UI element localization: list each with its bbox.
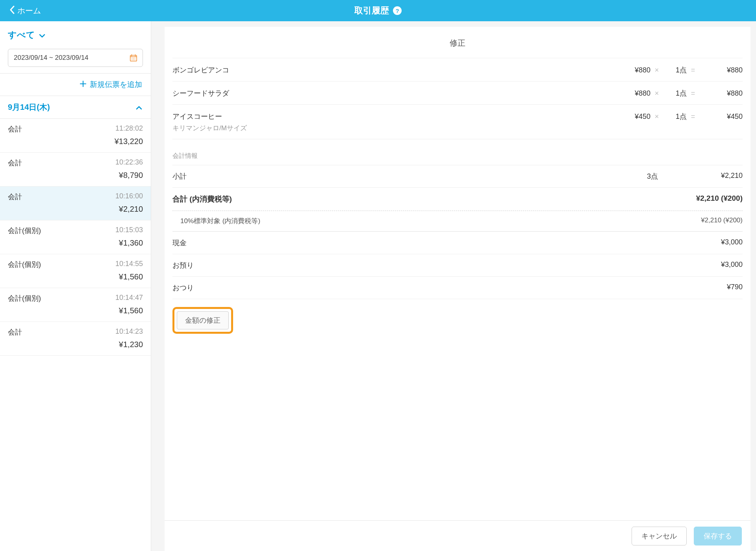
transaction-item[interactable]: 会計(個別)10:15:03¥1,360 xyxy=(0,220,151,254)
transaction-amount: ¥1,230 xyxy=(8,340,143,349)
order-lines: ボンゴレビアンコ¥880×1点=¥880シーフードサラダ¥880×1点=¥880… xyxy=(172,58,743,139)
equals-icon: = xyxy=(689,113,697,121)
transaction-label: 会計(個別) xyxy=(8,294,41,303)
help-icon[interactable]: ? xyxy=(393,6,402,15)
transaction-time: 10:14:23 xyxy=(115,327,143,337)
order-item-name: シーフードサラダ xyxy=(172,89,617,98)
equals-icon: = xyxy=(689,89,697,98)
transaction-item[interactable]: 会計11:28:02¥13,220 xyxy=(0,119,151,153)
add-slip-label: 新規伝票を追加 xyxy=(90,80,142,90)
order-item-name: アイスコーヒー xyxy=(172,112,617,121)
order-qty: 1点 xyxy=(663,65,687,75)
order-unit-price: ¥880 xyxy=(619,66,650,74)
svg-point-5 xyxy=(133,59,134,60)
cancel-button[interactable]: キャンセル xyxy=(632,527,687,545)
cash-label: 現金 xyxy=(172,238,187,248)
transaction-label: 会計 xyxy=(8,327,22,337)
order-item-name: ボンゴレビアンコ xyxy=(172,65,617,75)
detail-footer: キャンセル 保存する xyxy=(165,520,750,551)
edit-amount-highlight: 金額の修正 xyxy=(172,307,233,334)
change-label: おつり xyxy=(172,283,194,292)
deposit-label: お預り xyxy=(172,261,194,270)
back-label: ホーム xyxy=(17,6,41,16)
page-title-text: 取引履歴 xyxy=(354,5,389,17)
detail-panel: 修正 ボンゴレビアンコ¥880×1点=¥880シーフードサラダ¥880×1点=¥… xyxy=(165,27,750,520)
tax-amount: ¥2,210 (¥200) xyxy=(701,216,743,226)
subtotal-row: 小計 3点 ¥2,210 xyxy=(172,165,743,187)
save-button[interactable]: 保存する xyxy=(694,527,742,545)
svg-point-1 xyxy=(132,58,132,59)
order-line-total: ¥880 xyxy=(699,89,743,98)
edit-amount-button[interactable]: 金額の修正 xyxy=(177,311,229,329)
transaction-item[interactable]: 会計10:16:00¥2,210 xyxy=(0,187,151,220)
filter-dropdown[interactable]: すべて xyxy=(0,21,151,46)
order-unit-price: ¥880 xyxy=(619,89,650,98)
date-group-label: 9月14日(木) xyxy=(8,102,50,113)
times-icon: × xyxy=(653,66,661,74)
cash-amount: ¥3,000 xyxy=(721,238,743,248)
add-slip-button[interactable]: 新規伝票を追加 xyxy=(0,73,151,96)
transaction-amount: ¥1,360 xyxy=(8,239,143,248)
transaction-item[interactable]: 会計(個別)10:14:47¥1,560 xyxy=(0,288,151,322)
transaction-amount: ¥1,560 xyxy=(8,306,143,315)
transaction-label: 会計 xyxy=(8,158,22,168)
transaction-time: 10:22:36 xyxy=(115,158,143,168)
tax-row: 10%標準対象 (内消費税等) ¥2,210 (¥200) xyxy=(172,211,743,231)
change-row: おつり ¥790 xyxy=(172,276,743,299)
change-amount: ¥790 xyxy=(727,283,743,292)
total-label: 合計 (内消費税等) xyxy=(172,194,232,204)
svg-point-4 xyxy=(132,59,132,60)
svg-point-3 xyxy=(135,58,135,59)
date-range-text: 2023/09/14 ~ 2023/09/14 xyxy=(14,54,89,62)
order-qty: 1点 xyxy=(663,89,687,98)
times-icon: × xyxy=(653,89,661,98)
plus-icon xyxy=(80,80,87,89)
times-icon: × xyxy=(653,113,661,121)
transaction-label: 会計 xyxy=(8,124,22,134)
date-group-header[interactable]: 9月14日(木) xyxy=(0,96,151,119)
transaction-item[interactable]: 会計10:22:36¥8,790 xyxy=(0,153,151,187)
order-variant: キリマンジャロ/Mサイズ xyxy=(172,124,743,133)
equals-icon: = xyxy=(689,66,697,74)
transaction-item[interactable]: 会計(個別)10:14:55¥1,560 xyxy=(0,254,151,288)
order-unit-price: ¥450 xyxy=(619,113,650,121)
chevron-down-icon xyxy=(39,30,45,40)
subtotal-amount: ¥2,210 xyxy=(721,172,743,181)
transaction-time: 10:16:00 xyxy=(115,192,143,202)
accounting-section-label: 会計情報 xyxy=(172,152,743,160)
transaction-amount: ¥8,790 xyxy=(8,171,143,180)
detail-pane: 修正 ボンゴレビアンコ¥880×1点=¥880シーフードサラダ¥880×1点=¥… xyxy=(151,21,756,551)
tax-label: 10%標準対象 (内消費税等) xyxy=(180,216,260,226)
svg-point-6 xyxy=(135,59,135,60)
subtotal-label: 小計 xyxy=(172,172,187,181)
transaction-time: 10:14:55 xyxy=(115,260,143,269)
transaction-time: 11:28:02 xyxy=(115,124,143,134)
back-button[interactable]: ホーム xyxy=(9,6,41,16)
total-amount: ¥2,210 (¥200) xyxy=(696,194,743,204)
sidebar: すべて 2023/09/14 ~ 2023/09/14 xyxy=(0,21,151,551)
filter-label: すべて xyxy=(8,29,35,41)
order-qty: 1点 xyxy=(663,112,687,121)
transaction-label: 会計 xyxy=(8,192,22,202)
order-line-total: ¥450 xyxy=(699,113,743,121)
transaction-amount: ¥13,220 xyxy=(8,137,143,146)
calendar-icon xyxy=(129,54,138,62)
subtotal-qty: 3点 xyxy=(187,172,721,181)
transaction-item[interactable]: 会計10:14:23¥1,230 xyxy=(0,322,151,356)
order-line: ボンゴレビアンコ¥880×1点=¥880 xyxy=(172,58,743,81)
cash-row: 現金 ¥3,000 xyxy=(172,231,743,254)
page-title: 取引履歴 ? xyxy=(354,5,402,17)
chevron-left-icon xyxy=(9,6,15,16)
total-row: 合計 (内消費税等) ¥2,210 (¥200) xyxy=(172,187,743,211)
app-header: ホーム 取引履歴 ? xyxy=(0,0,756,21)
transaction-time: 10:14:47 xyxy=(115,294,143,303)
date-range-picker[interactable]: 2023/09/14 ~ 2023/09/14 xyxy=(8,49,143,67)
transaction-label: 会計(個別) xyxy=(8,226,41,235)
svg-point-2 xyxy=(133,58,134,59)
deposit-amount: ¥3,000 xyxy=(721,261,743,270)
transaction-label: 会計(個別) xyxy=(8,260,41,269)
deposit-row: お預り ¥3,000 xyxy=(172,254,743,276)
transaction-time: 10:15:03 xyxy=(115,226,143,235)
transaction-list: 会計11:28:02¥13,220会計10:22:36¥8,790会計10:16… xyxy=(0,119,151,356)
order-line: シーフードサラダ¥880×1点=¥880 xyxy=(172,81,743,104)
